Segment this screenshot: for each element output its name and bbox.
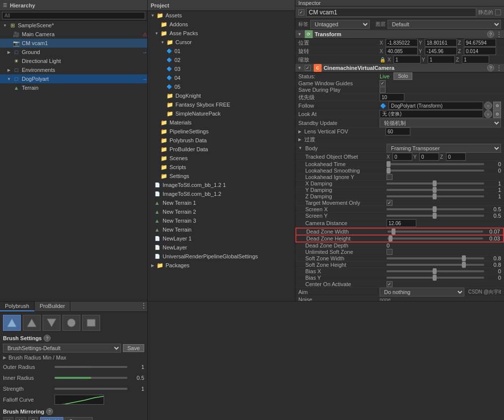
mirroring-help-icon[interactable]: ? <box>46 408 53 415</box>
project-item-imagetostl[interactable]: 📄 ImageToStl.com_bb_1.2 <box>148 189 295 198</box>
project-item-newlayer1[interactable]: 📄 NewLayer 1 <box>148 234 295 243</box>
project-item-probuilderdata[interactable]: ▶ 📁 ProBuilder Data <box>148 145 295 154</box>
center-on-activate-checkbox[interactable] <box>387 281 392 287</box>
project-item-newterrain3[interactable]: ▲ New Terrain 3 <box>148 216 295 225</box>
brush-tool-scatter[interactable] <box>82 315 100 331</box>
project-item-04[interactable]: 🔷 04 <box>148 73 295 82</box>
world-button[interactable]: World <box>40 417 63 420</box>
panel-options-icon[interactable]: ⋮ <box>140 301 147 311</box>
project-item-urp[interactable]: 📄 UniversalRenderPipelineGlobalSettings <box>148 252 295 261</box>
object-name-field[interactable] <box>306 8 476 17</box>
project-item-simplenaturepack[interactable]: ▶ 📁 SimpleNaturePack <box>148 109 295 118</box>
hierarchy-search-input[interactable] <box>2 12 145 19</box>
follow-gear-btn[interactable]: ⚙ <box>493 102 501 110</box>
y-damping-track[interactable] <box>387 189 484 191</box>
mirror-y-button[interactable]: Y <box>15 417 26 420</box>
z-damping-thumb[interactable] <box>433 193 437 199</box>
project-item-scenes[interactable]: ▶ 📁 Scenes <box>148 154 295 163</box>
x-damping-track[interactable] <box>387 182 484 184</box>
brush-tool-raise[interactable] <box>3 315 21 331</box>
dead-zone-width-track[interactable] <box>388 231 483 233</box>
transform-help-icon[interactable]: ? <box>487 31 494 38</box>
screen-x-thumb[interactable] <box>433 206 437 212</box>
project-item-imagetostl1[interactable]: 📄 ImageToStl.com_bb_1.2 1 <box>148 180 295 189</box>
project-item-newlayer[interactable]: 📄 NewLayer <box>148 243 295 252</box>
position-x-input[interactable] <box>386 39 418 47</box>
screen-y-track[interactable] <box>387 215 484 217</box>
scale-z-input[interactable] <box>462 56 489 63</box>
soft-zone-width-track[interactable] <box>387 257 484 259</box>
project-item-newterrain1[interactable]: ▲ New Terrain 1 <box>148 198 295 207</box>
scale-x-input[interactable] <box>393 56 421 63</box>
z-damping-track[interactable] <box>387 195 484 197</box>
dead-zone-height-thumb[interactable] <box>389 236 392 241</box>
mirror-x-button[interactable]: X <box>3 417 13 420</box>
hierarchy-item-directionallight[interactable]: ▶ ☀ Directional Light <box>0 57 147 65</box>
lookat-object-field[interactable] <box>380 110 483 118</box>
project-item-scripts[interactable]: ▶ 📁 Scripts <box>148 163 295 172</box>
cinemachine-settings-icon[interactable]: ⋮ <box>496 64 502 71</box>
project-item-assepacks[interactable]: ▼ 📁 Asse Packs <box>148 29 295 38</box>
brush-tool-paint[interactable] <box>62 315 80 331</box>
brush-help-icon[interactable]: ? <box>44 335 51 342</box>
transform-component-header[interactable]: ▼ ⟳ Transform ? ⋮ <box>295 30 504 39</box>
soft-zone-width-thumb[interactable] <box>462 255 466 261</box>
game-window-checkbox[interactable] <box>380 80 386 86</box>
position-z-input[interactable] <box>464 39 496 47</box>
lookat-gear-btn[interactable]: ⚙ <box>493 110 501 118</box>
bias-y-track[interactable] <box>387 277 484 279</box>
transform-settings-icon[interactable]: ⋮ <box>496 31 502 38</box>
aim-dropdown[interactable]: Do nothing <box>380 288 464 297</box>
hierarchy-item-cmvcam1[interactable]: ▶ 📷 CM vcam1 <box>0 39 147 48</box>
rotation-x-input[interactable] <box>386 47 418 55</box>
project-item-assets[interactable]: ▼ 📁 Assets <box>148 11 295 20</box>
screen-y-thumb[interactable] <box>433 213 437 219</box>
cinemachine-active-checkbox[interactable] <box>305 65 311 71</box>
tracked-x-input[interactable] <box>392 153 412 161</box>
project-item-01[interactable]: 🔷 01 <box>148 47 295 56</box>
strength-slider-track[interactable] <box>55 388 127 390</box>
project-item-02[interactable]: 🔷 02 <box>148 56 295 64</box>
brush-tool-smooth[interactable] <box>23 315 41 331</box>
project-item-05[interactable]: 🔷 05 <box>148 82 295 91</box>
lookahead-time-thumb[interactable] <box>387 161 391 167</box>
bias-x-thumb[interactable] <box>433 268 437 274</box>
brush-preset-dropdown[interactable]: BrushSettings-Default <box>3 344 121 353</box>
cinemachine-help-icon[interactable]: ? <box>487 64 494 71</box>
bias-y-thumb[interactable] <box>433 275 437 281</box>
hierarchy-item-dogpolyart[interactable]: ▼ □ DogPolyart → <box>0 74 147 83</box>
lookahead-smoothing-thumb[interactable] <box>387 168 391 174</box>
tab-probuilder[interactable]: ProBuilder <box>35 301 70 311</box>
unlimited-soft-checkbox[interactable] <box>387 249 392 255</box>
brush-tool-lower[interactable] <box>43 315 60 331</box>
standby-dropdown[interactable]: 轮循机制 <box>380 119 501 127</box>
save-brush-button[interactable]: Save <box>123 344 144 352</box>
project-item-cursor[interactable]: ▼ 📁 Cursor <box>148 38 295 47</box>
lens-input[interactable] <box>386 127 410 135</box>
tab-polybrush[interactable]: Polybrush <box>0 301 35 311</box>
project-item-addons[interactable]: ▶ 📁 Addons <box>148 20 295 29</box>
screen-x-track[interactable] <box>387 208 484 210</box>
rotation-y-input[interactable] <box>425 47 457 55</box>
lookat-circle-btn[interactable]: ○ <box>484 110 492 118</box>
dead-zone-width-thumb[interactable] <box>392 229 395 235</box>
outer-radius-slider-track[interactable] <box>55 366 127 368</box>
cinemachine-component-header[interactable]: ▼ C CinemachineVirtualCamera ? ⋮ <box>295 64 504 72</box>
inner-radius-slider-track[interactable] <box>55 377 127 379</box>
position-y-input[interactable] <box>425 39 457 47</box>
project-item-materials[interactable]: ▶ 📁 Materials <box>148 118 295 127</box>
priority-input[interactable] <box>380 93 404 101</box>
project-item-newterrain[interactable]: ▲ New Terrain <box>148 225 295 234</box>
project-item-03[interactable]: 🔷 03 <box>148 64 295 73</box>
hierarchy-item-maincamera[interactable]: ▶ 🎥 Main Camera ⚠ <box>0 30 147 39</box>
layer-dropdown[interactable]: Default <box>388 20 501 29</box>
dead-zone-height-track[interactable] <box>388 238 483 240</box>
lookahead-smoothing-track[interactable] <box>387 170 484 172</box>
lookahead-ignore-y-checkbox[interactable] <box>387 174 392 180</box>
camera-distance-input[interactable] <box>387 219 416 227</box>
target-movement-checkbox[interactable] <box>387 200 392 206</box>
project-item-newterrain2[interactable]: ▲ New Terrain 2 <box>148 207 295 216</box>
static-checkbox[interactable] <box>495 9 501 15</box>
solo-button[interactable]: Solo <box>393 72 412 80</box>
project-item-packages[interactable]: ▶ 📁 Packages <box>148 261 295 270</box>
